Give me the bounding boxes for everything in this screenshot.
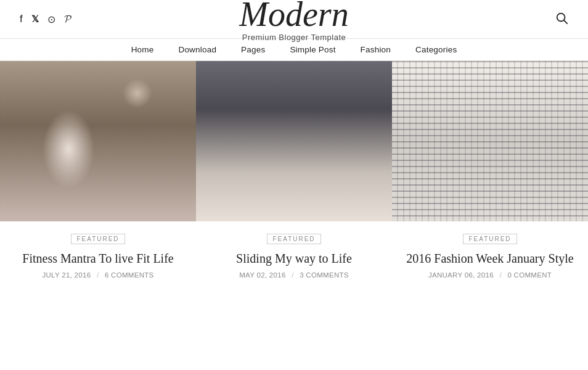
post-date: MAY 02, 2016 xyxy=(239,271,285,279)
svg-line-1 xyxy=(564,20,567,23)
site-tagline: Premium Blogger Template xyxy=(239,33,348,42)
post-card: FEATURED 2016 Fashion Week January Style… xyxy=(392,61,588,285)
post-image-sliding[interactable] xyxy=(196,61,392,221)
pinterest-icon[interactable]: 𝓟 xyxy=(64,13,71,25)
post-tag-wrap: FEATURED xyxy=(196,232,392,244)
post-comments[interactable]: 3 COMMENTS xyxy=(300,271,349,279)
post-tag-wrap: FEATURED xyxy=(0,232,196,244)
post-card: FEATURED Sliding My way to Life MAY 02, … xyxy=(196,61,392,285)
post-comments[interactable]: 0 COMMENT xyxy=(507,271,552,279)
featured-tag: FEATURED xyxy=(267,234,321,244)
post-meta: JANUARY 06, 2016 / 0 COMMENT xyxy=(392,271,588,279)
post-image-fitness[interactable] xyxy=(0,61,196,221)
post-title[interactable]: 2016 Fashion Week January Style xyxy=(402,250,578,266)
facebook-icon[interactable]: f xyxy=(20,13,23,25)
post-date: JANUARY 06, 2016 xyxy=(428,271,494,279)
nav-download[interactable]: Download xyxy=(178,45,216,54)
post-meta: JULY 21, 2016 / 6 COMMENTS xyxy=(0,271,196,279)
social-links: f 𝕏 ⊙ 𝓟 xyxy=(20,13,71,25)
nav-categories[interactable]: Categories xyxy=(415,45,457,54)
main-nav: Home Download Pages Simple Post Fashion … xyxy=(0,38,588,61)
nav-pages[interactable]: Pages xyxy=(241,45,265,54)
brand-logo: Modern Premium Blogger Template xyxy=(239,0,348,42)
nav-fashion[interactable]: Fashion xyxy=(361,45,391,54)
featured-tag: FEATURED xyxy=(71,234,125,244)
post-title[interactable]: Sliding My way to Life xyxy=(206,250,382,266)
post-grid: FEATURED Fitness Mantra To live Fit Life… xyxy=(0,61,588,285)
post-tag-wrap: FEATURED xyxy=(392,232,588,244)
post-meta: MAY 02, 2016 / 3 COMMENTS xyxy=(196,271,392,279)
post-title[interactable]: Fitness Mantra To live Fit Life xyxy=(10,250,186,266)
post-comments[interactable]: 6 COMMENTS xyxy=(105,271,154,279)
instagram-icon[interactable]: ⊙ xyxy=(47,14,55,25)
separator: / xyxy=(292,271,294,279)
twitter-icon[interactable]: 𝕏 xyxy=(31,14,39,25)
post-date: JULY 21, 2016 xyxy=(42,271,91,279)
nav-simple-post[interactable]: Simple Post xyxy=(290,45,335,54)
separator: / xyxy=(97,271,99,279)
separator: / xyxy=(499,271,502,279)
site-header: f 𝕏 ⊙ 𝓟 Modern Premium Blogger Template xyxy=(0,0,588,33)
nav-home[interactable]: Home xyxy=(131,45,154,54)
featured-tag: FEATURED xyxy=(463,234,517,244)
post-card: FEATURED Fitness Mantra To live Fit Life… xyxy=(0,61,196,285)
search-button[interactable] xyxy=(555,11,568,27)
site-title: Modern xyxy=(239,0,348,31)
post-image-fashion[interactable] xyxy=(392,61,588,221)
